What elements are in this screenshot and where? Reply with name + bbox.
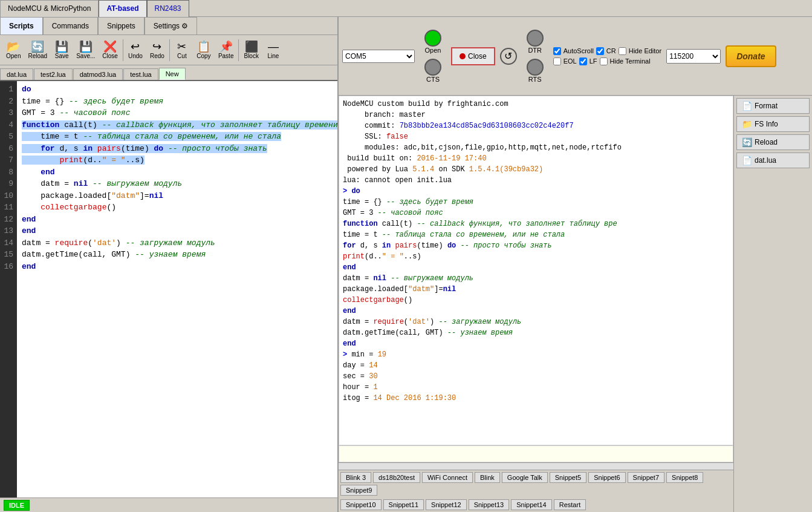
lf-label: LF — [590, 57, 597, 65]
block-button[interactable]: ⬛ Block — [240, 40, 262, 61]
terminal-input[interactable] — [339, 450, 733, 458]
hide-editor-checkbox[interactable] — [619, 47, 626, 55]
reload-button[interactable]: 🔄 Reload — [24, 40, 51, 61]
undo-button[interactable]: ↩ Undo — [125, 40, 146, 61]
baud-dropdown[interactable]: 115200 9600 57600 — [666, 49, 721, 64]
snippet-9[interactable]: Snippet9 — [340, 485, 377, 496]
code-content[interactable]: do time = {} -- здесь будет время GMT = … — [17, 81, 337, 497]
cts-button[interactable]: CTS — [420, 57, 446, 84]
file-tab-test2[interactable]: test2.lua — [34, 68, 73, 80]
title-tab-rn2483[interactable]: RN2483 — [147, 0, 189, 17]
tab-settings[interactable]: Settings ⚙ — [145, 17, 198, 34]
format-button[interactable]: 📄 Format — [736, 98, 810, 114]
line-button[interactable]: — Line — [262, 40, 284, 61]
close-com-button[interactable]: Close — [451, 47, 495, 65]
autoscroll-checkbox[interactable] — [553, 47, 561, 55]
undo-icon: ↩ — [131, 41, 140, 52]
snippet-11[interactable]: Snippet11 — [383, 499, 424, 510]
donate-button[interactable]: Donate — [726, 45, 776, 67]
cr-checkbox[interactable] — [596, 47, 604, 55]
terminal-line: branch: master — [343, 111, 426, 119]
com-open-group: Open CTS — [420, 28, 446, 84]
autoscroll-row: AutoScroll CR Hide Editor — [553, 47, 661, 55]
terminal-line: end — [343, 307, 356, 315]
open-button[interactable]: 📂 Open — [2, 40, 24, 61]
copy-button[interactable]: 📋 Copy — [193, 40, 215, 61]
reload-com-button[interactable]: ↺ — [500, 48, 517, 65]
file-tab-new[interactable]: New — [159, 68, 186, 80]
snippet-8[interactable]: Snippet8 — [666, 472, 703, 483]
open-com-label: Open — [425, 47, 441, 54]
save-as-button[interactable]: 💾 Save... — [73, 40, 99, 61]
terminal[interactable]: NodeMCU custom build by frightanic.com b… — [339, 96, 733, 445]
left-panel: Scripts Commands Snippets Settings ⚙ 📂 O… — [0, 17, 339, 512]
cts-indicator — [424, 59, 441, 76]
paste-button[interactable]: 📌 Paste — [215, 40, 238, 61]
tab-snippets[interactable]: Snippets — [98, 17, 145, 34]
snippet-google-talk[interactable]: Google Talk — [502, 472, 548, 483]
snippet-blink[interactable]: Blink — [475, 472, 500, 483]
close-button[interactable]: ❌ Close — [99, 40, 122, 61]
separator-2 — [169, 39, 170, 61]
snippet-5[interactable]: Snippet5 — [550, 472, 586, 483]
terminal-line: GMT = 3 -- часовой пояс — [343, 209, 443, 217]
rts-indicator — [527, 59, 544, 76]
file-tab-dat[interactable]: dat.lua — [0, 68, 33, 80]
snippets-bar: Blink 3 ds18b20test WiFi Connect Blink G… — [339, 470, 733, 497]
snippet-10[interactable]: Snippet10 — [340, 499, 382, 510]
file-tab-datmod3[interactable]: datmod3.lua — [73, 68, 123, 80]
baud-group: 115200 9600 57600 — [666, 49, 721, 64]
tab-scripts[interactable]: Scripts — [0, 17, 43, 34]
terminal-line: datm = require('dat') -- загружаем модул… — [343, 318, 521, 326]
fsinfo-button[interactable]: 📁 FS Info — [736, 116, 810, 132]
redo-button[interactable]: ↪ Redo — [146, 40, 168, 61]
terminal-line: > min = 19 — [343, 350, 386, 359]
eol-checkbox[interactable] — [553, 57, 561, 65]
terminal-line: powered by Lua 5.1.4 on SDK 1.5.4.1(39cb… — [343, 165, 543, 174]
cut-button[interactable]: ✂ Cut — [171, 40, 193, 61]
snippet-blink3[interactable]: Blink 3 — [340, 472, 371, 483]
dtr-rts-group: DTR RTS — [522, 28, 548, 84]
code-editor[interactable]: 12345 678910 1112131415 16 do time = {} … — [0, 81, 337, 497]
reload-com-icon: ↺ — [500, 48, 517, 65]
snippet-ds18b20test[interactable]: ds18b20test — [373, 472, 420, 483]
reload-side-button[interactable]: 🔄 Reload — [736, 134, 810, 150]
rts-button[interactable]: RTS — [522, 57, 548, 84]
terminal-scrollbar[interactable] — [339, 462, 733, 470]
cr-label: CR — [606, 47, 616, 54]
terminal-area: NodeMCU custom build by frightanic.com b… — [339, 96, 812, 512]
snippet-13[interactable]: Snippet13 — [469, 499, 510, 510]
open-icon: 📂 — [7, 41, 20, 52]
separator-3 — [238, 39, 239, 61]
lf-checkbox[interactable] — [579, 57, 587, 65]
snippet-restart[interactable]: Restart — [554, 499, 586, 510]
rts-label: RTS — [528, 76, 542, 83]
title-tab-at[interactable]: AT-based — [99, 0, 146, 17]
status-idle: IDLE — [4, 500, 30, 511]
save-button[interactable]: 💾 Save — [51, 40, 73, 61]
snippet-6[interactable]: Snippet6 — [588, 472, 625, 483]
dtr-button[interactable]: DTR — [522, 28, 548, 55]
snippet-14[interactable]: Snippet14 — [511, 499, 552, 510]
snippet-12[interactable]: Snippet12 — [426, 499, 467, 510]
title-tab-nodemcu[interactable]: NodeMCU & MicroPython — [0, 0, 99, 17]
close-dot — [460, 53, 466, 59]
copy-icon: 📋 — [197, 41, 210, 52]
cts-label: CTS — [426, 76, 440, 83]
dat-lua-label: dat.lua — [755, 156, 776, 165]
close-icon: ❌ — [103, 41, 117, 52]
hide-terminal-checkbox[interactable] — [600, 57, 608, 65]
tab-commands[interactable]: Commands — [43, 17, 98, 34]
terminal-input-row — [339, 445, 733, 462]
snippet-7[interactable]: Snippet7 — [628, 472, 664, 483]
terminal-line: package.loaded["datm"]=nil — [343, 285, 456, 294]
cut-icon: ✂ — [177, 41, 186, 52]
nav-tabs: Scripts Commands Snippets Settings ⚙ — [0, 17, 337, 35]
open-com-button[interactable]: Open — [420, 28, 446, 55]
redo-icon: ↪ — [152, 41, 161, 52]
dat-lua-button[interactable]: 📄 dat.lua — [736, 153, 810, 168]
file-tab-test[interactable]: test.lua — [123, 68, 158, 80]
com-port-dropdown[interactable]: COM5 — [342, 50, 415, 63]
terminal-line: lua: cannot open init.lua — [343, 176, 452, 185]
snippet-wifi-connect[interactable]: WiFi Connect — [422, 472, 473, 483]
